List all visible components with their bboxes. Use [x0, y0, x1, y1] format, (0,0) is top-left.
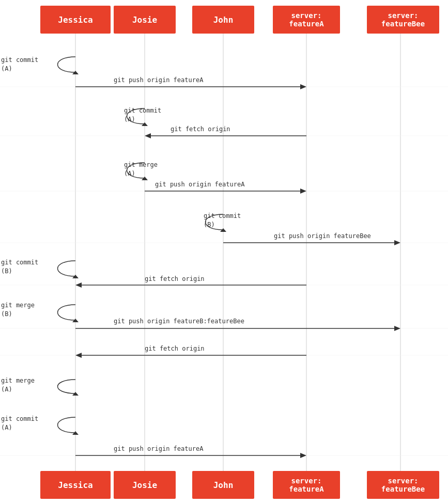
svg-marker-24: [145, 133, 151, 138]
actor-john-bottom: John: [192, 471, 254, 499]
svg-marker-17: [72, 275, 79, 278]
msg-label-3: git push origin featureA: [155, 181, 244, 188]
self-loop-label-8: git commit(A): [1, 415, 38, 432]
actor-john-top: John: [192, 6, 254, 34]
msg-label-2: git fetch origin: [171, 125, 230, 133]
self-loop-label-4: git commit(B): [204, 212, 241, 229]
msg-label-4: git push origin featureBee: [274, 232, 371, 240]
svg-marker-34: [75, 353, 82, 358]
svg-marker-18: [72, 319, 79, 322]
msg-label-7: git fetch origin: [145, 345, 205, 352]
actor-jessica-bottom: Jessica: [40, 471, 111, 499]
svg-marker-20: [72, 431, 79, 435]
actor-serverBee-top: server:featureBee: [367, 6, 439, 34]
self-loop-label-6: git merge(B): [1, 301, 35, 319]
svg-marker-28: [394, 240, 400, 245]
svg-marker-30: [75, 282, 82, 288]
svg-marker-26: [300, 188, 306, 194]
actor-josie-bottom: Josie: [114, 471, 176, 499]
self-loop-label-5: git commit(B): [1, 258, 38, 276]
msg-label-8: git push origin featureA: [114, 445, 203, 452]
self-loop-label-1: git commit(A): [1, 56, 38, 73]
actor-serverA-bottom: server:featureA: [273, 471, 340, 499]
msg-label-1: git push origin featureA: [114, 76, 203, 84]
svg-marker-22: [300, 84, 306, 89]
self-loop-label-2: git commit(A): [124, 106, 161, 124]
svg-marker-32: [394, 326, 400, 331]
actor-serverBee-bottom: server:featureBee: [367, 471, 439, 499]
actor-josie-top: Josie: [114, 6, 176, 34]
svg-marker-13: [72, 71, 79, 74]
msg-label-5: git fetch origin: [145, 275, 205, 282]
actor-jessica-top: Jessica: [40, 6, 111, 34]
msg-label-6: git push origin featureB:featureBee: [114, 318, 244, 325]
self-loop-label-3: git merge(A): [124, 161, 158, 178]
svg-marker-36: [300, 453, 306, 458]
svg-marker-19: [72, 392, 79, 396]
self-loop-label-7: git merge(A): [1, 376, 35, 394]
actor-serverA-top: server:featureA: [273, 6, 340, 34]
sequence-diagram: Jessica Josie John server:featureA serve…: [0, 0, 448, 504]
